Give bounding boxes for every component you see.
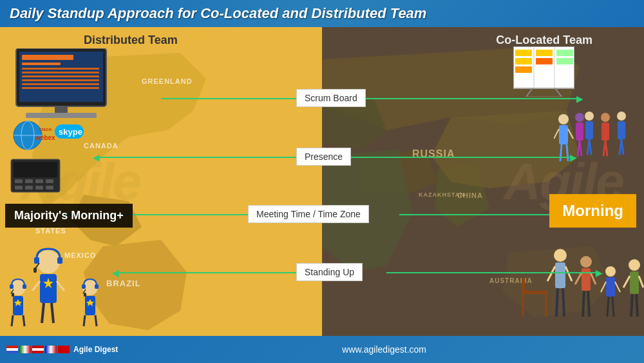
svg-point-61 [575,113,584,122]
standing-up-label: Standing Up [296,263,363,281]
scrum-board-label: Scrum Board [296,89,366,107]
svg-rect-29 [46,186,53,190]
panel-divider [322,27,323,337]
svg-line-121 [95,315,97,326]
footer-logo: Agile Digest [0,345,124,354]
svg-line-92 [636,294,638,317]
flag-2 [19,346,31,353]
flag-3 [32,346,44,353]
svg-rect-82 [606,277,615,297]
svg-line-64 [580,141,582,156]
svg-point-43 [558,114,569,124]
footer-brand: Agile Digest [73,345,118,354]
svg-text:skype: skype [59,127,82,137]
svg-rect-27 [25,186,33,190]
footer-url: www.agiledigest.com [124,344,644,355]
flag-1 [6,346,18,353]
svg-rect-24 [35,179,43,183]
section-label-right: Co-Located Team [496,34,592,47]
standing-people-right [515,246,644,332]
svg-line-111 [12,315,13,326]
svg-line-41 [555,88,562,97]
svg-line-72 [565,266,572,281]
svg-line-89 [623,276,630,288]
svg-point-69 [554,249,567,262]
svg-point-93 [37,250,60,273]
svg-rect-108 [12,293,14,297]
svg-rect-50 [585,121,593,139]
svg-line-71 [547,266,555,281]
svg-rect-106 [23,284,26,289]
svg-rect-70 [555,262,565,288]
meeting-time-label: Meeting Time / Time Zone [248,205,369,223]
svg-line-103 [52,303,53,323]
svg-line-78 [591,273,596,284]
presence-connector-left: ◀ [97,157,296,158]
svg-line-83 [601,282,606,292]
svg-rect-88 [630,271,639,294]
svg-rect-35 [515,66,532,73]
meeting-connector-right: ▶ [399,214,573,215]
svg-line-120 [84,315,85,326]
svg-line-45 [554,129,559,139]
svg-rect-105 [10,284,14,289]
standing-connector-left: ◀ [116,272,296,273]
svg-line-112 [23,315,24,326]
co-located-people [554,110,638,190]
geo-label-china: CHINA [457,191,483,199]
svg-rect-25 [46,179,53,183]
svg-rect-114 [82,284,86,289]
svg-line-100 [32,281,40,291]
footer-flags [6,346,70,353]
slide: Daily Standup Approach for Co-Located an… [0,0,644,363]
svg-line-74 [563,288,564,317]
svg-rect-33 [515,50,532,56]
scrum-board-whiteboard [513,46,574,97]
geo-label-greenland: GREENLAND [142,77,193,85]
svg-rect-28 [35,186,43,190]
flag-4 [45,346,57,353]
svg-point-49 [585,112,594,121]
geo-label-states: STATES [35,227,66,235]
svg-rect-6 [22,75,99,77]
svg-rect-37 [536,58,553,64]
svg-line-102 [42,303,44,323]
svg-rect-39 [556,58,573,64]
svg-rect-34 [515,58,532,64]
svg-text:webex: webex [35,134,55,141]
svg-rect-2 [22,55,73,60]
svg-rect-38 [556,50,573,56]
svg-line-90 [639,276,643,288]
svg-line-91 [631,294,632,317]
svg-rect-62 [576,123,583,141]
svg-rect-5 [22,72,99,74]
scrum-board-connector-line [161,98,296,99]
geo-label-russia: RUSSIA [412,148,455,160]
geo-label-canada: CANADA [84,142,118,150]
svg-rect-68 [522,278,525,294]
svg-rect-26 [15,186,23,190]
svg-rect-94 [34,257,39,264]
svg-line-48 [567,144,568,161]
majority-morning-label: Majority's Morning+ [5,204,133,228]
svg-line-46 [568,129,573,139]
svg-rect-12 [26,113,97,118]
communication-icons: cisco webex skype [10,119,87,193]
svg-line-80 [588,291,589,317]
svg-rect-23 [25,179,33,183]
svg-rect-21 [14,162,57,177]
morning-label: Morning [549,194,636,228]
svg-rect-36 [536,50,553,56]
svg-rect-44 [559,125,568,144]
presence-label: Presence [296,148,351,166]
svg-point-57 [617,112,626,121]
svg-rect-65 [522,291,547,294]
standing-connector-right: ▶ [386,272,599,273]
svg-line-47 [560,144,562,161]
svg-line-73 [556,288,558,317]
svg-point-53 [601,113,610,122]
svg-rect-22 [15,179,23,183]
svg-rect-9 [22,87,99,89]
svg-line-56 [605,141,607,156]
svg-rect-54 [601,123,609,141]
